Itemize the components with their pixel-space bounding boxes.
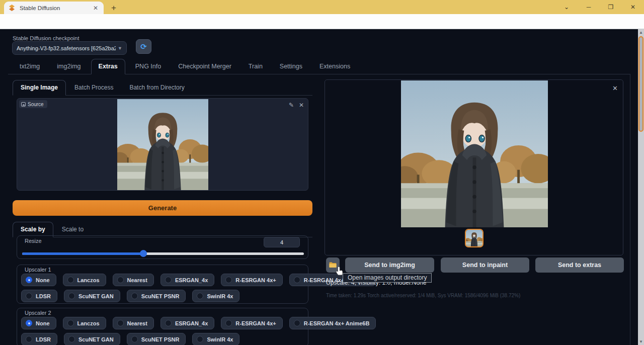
upscaler2-option-lanczos[interactable]: Lanczos (63, 317, 106, 329)
send-to-extras-button[interactable]: Send to extras (535, 257, 624, 273)
subtab-single-image[interactable]: Single Image (13, 80, 66, 96)
radio-selected-icon (26, 277, 32, 283)
radio-icon (67, 277, 74, 283)
tab-extensions[interactable]: Extensions (312, 59, 357, 74)
upscaler2-option-esrgan4x[interactable]: ESRGAN_4x (160, 317, 214, 329)
upscaler1-option-esrgan4x[interactable]: ESRGAN_4x (160, 274, 214, 286)
upscaler2-option-scunet-gan[interactable]: ScuNET GAN (64, 333, 120, 345)
upscaler2-option-scunet-psnr[interactable]: ScuNET PSNR (127, 333, 186, 345)
radio-icon (131, 293, 138, 299)
result-thumbnail[interactable] (465, 229, 484, 247)
window-close-button[interactable]: ✕ (622, 0, 644, 14)
window-minimize-button[interactable]: ─ (578, 0, 600, 14)
slider-handle[interactable] (140, 250, 147, 257)
browser-tab[interactable]: Stable Diffusion ✕ (4, 2, 104, 14)
resize-slider[interactable] (22, 252, 304, 255)
resize-label: Resize (25, 238, 42, 244)
screen: Stable Diffusion ✕ + ⌄ ─ ❐ ✕ ← → ⟳ i 127… (0, 0, 644, 345)
source-tag: Source (19, 100, 47, 108)
radio-icon (197, 336, 203, 342)
checkpoint-value: Anything-V3-fp32.safetensors [625a2ba2] (17, 45, 116, 51)
upscaler1-option-none[interactable]: None (21, 274, 56, 286)
upscaler2-label: Upscaler 2 (25, 310, 51, 316)
send-to-inpaint-button[interactable]: Send to inpaint (441, 257, 529, 273)
new-tab-button[interactable]: + (109, 3, 119, 13)
edit-image-icon[interactable]: ✎ (289, 102, 294, 109)
tab-settings[interactable]: Settings (273, 59, 309, 74)
radio-icon (26, 336, 32, 342)
tab-png-info[interactable]: PNG Info (128, 59, 168, 74)
tab-train[interactable]: Train (242, 59, 270, 74)
upscaler2-option-ldsr[interactable]: LDSR (21, 333, 57, 345)
resize-group: Resize 4 (17, 235, 308, 259)
tab-txt2img[interactable]: txt2img (13, 59, 47, 74)
radio-icon (68, 293, 75, 299)
tab-close-icon[interactable]: ✕ (92, 4, 100, 12)
tab-extras[interactable]: Extras (91, 59, 125, 74)
generate-button[interactable]: Generate (13, 200, 312, 216)
radio-icon (131, 336, 138, 342)
upscaler1-option-scunet-gan[interactable]: ScuNET GAN (64, 290, 120, 302)
source-image[interactable] (117, 99, 208, 190)
resize-value-input[interactable]: 4 (264, 237, 300, 247)
radio-icon (294, 277, 300, 283)
radio-icon (165, 277, 172, 283)
result-gallery: ✕ (325, 79, 623, 255)
radio-icon (67, 320, 74, 326)
upscaler2-option-none[interactable]: None (21, 317, 56, 329)
chevron-down-icon: ▼ (118, 46, 122, 51)
checkpoint-dropdown[interactable]: Anything-V3-fp32.safetensors [625a2ba2] … (12, 41, 127, 55)
sd-webui: Stable Diffusion checkpoint Anything-V3-… (0, 29, 638, 345)
radio-selected-icon (26, 320, 32, 326)
subtab-batch-process[interactable]: Batch Process (67, 80, 121, 95)
browser-tabstrip: Stable Diffusion ✕ + ⌄ ─ ❐ ✕ (0, 0, 644, 14)
radio-icon (294, 320, 300, 326)
upscaler1-option-scunet-psnr[interactable]: ScuNET PSNR (127, 290, 186, 302)
main-tab-bar: txt2img img2img Extras PNG Info Checkpoi… (8, 60, 630, 74)
radio-icon (225, 320, 232, 326)
upscaler2-option-resrgan4x[interactable]: R-ESRGAN 4x+ (221, 317, 282, 329)
radio-icon (197, 293, 203, 299)
radio-icon (117, 320, 124, 326)
upscaler1-option-lanczos[interactable]: Lanczos (63, 274, 106, 286)
upscaler2-group: Upscaler 2 None Lanczos Nearest ESRGAN_4… (17, 308, 308, 345)
upscaler1-option-nearest[interactable]: Nearest (113, 274, 154, 286)
radio-icon (26, 293, 32, 299)
close-gallery-icon[interactable]: ✕ (612, 84, 618, 92)
window-chevron-icon[interactable]: ⌄ (555, 0, 578, 14)
upscaler2-option-swinir4x[interactable]: SwinIR 4x (192, 333, 239, 345)
upscaler1-option-resrgan4x[interactable]: R-ESRGAN 4x+ (221, 274, 282, 286)
tab-checkpoint-merger[interactable]: Checkpoint Merger (171, 59, 238, 74)
browser-tab-title: Stable Diffusion (20, 5, 92, 11)
subtab-scale-to[interactable]: Scale to (54, 222, 91, 237)
upscaler1-label: Upscaler 1 (25, 267, 51, 273)
mouse-cursor-icon (335, 266, 344, 276)
upscaler2-option-resrgan-anime6b[interactable]: R-ESRGAN 4x+ Anime6B (289, 317, 376, 329)
window-maximize-button[interactable]: ❐ (600, 0, 622, 14)
stable-diffusion-favicon (8, 4, 16, 12)
upscaler1-group: Upscaler 1 None Lanczos Nearest ESRGAN_4… (17, 265, 308, 304)
slider-fill (22, 252, 143, 255)
scrollbar-thumb[interactable] (638, 36, 643, 132)
checkpoint-label: Stable Diffusion checkpoint (13, 35, 79, 41)
result-thumbnail-image (466, 230, 482, 246)
scrollbar-down-icon[interactable]: ▼ (638, 338, 644, 345)
subtab-batch-from-directory[interactable]: Batch from Directory (122, 80, 192, 95)
radio-icon (117, 277, 124, 283)
send-to-img2img-button[interactable]: Send to img2img (345, 257, 434, 273)
upscaler1-option-swinir4x[interactable]: SwinIR 4x (192, 290, 239, 302)
tab-img2img[interactable]: img2img (50, 59, 88, 74)
performance-info-text: Time taken: 1.29s Torch active/reserved:… (326, 293, 520, 298)
scrollbar-up-icon[interactable]: ▲ (638, 29, 644, 36)
source-image-dropzone[interactable]: Source ✎ ✕ (17, 98, 308, 191)
upscaler1-option-ldsr[interactable]: LDSR (21, 290, 57, 302)
page-scrollbar[interactable]: ▲ ▼ (638, 29, 644, 345)
radio-icon (225, 277, 232, 283)
radio-icon (165, 320, 172, 326)
upscaler2-option-nearest[interactable]: Nearest (113, 317, 154, 329)
refresh-checkpoints-button[interactable]: ⟳ (136, 39, 151, 54)
extras-subtab-bar: Single Image Batch Process Batch from Di… (13, 80, 312, 96)
result-image[interactable] (401, 80, 548, 227)
browser-toolbar: ← → ⟳ i 127.0.0.1:7860 ★ G ⋮ (0, 14, 644, 29)
clear-image-icon[interactable]: ✕ (299, 102, 304, 109)
